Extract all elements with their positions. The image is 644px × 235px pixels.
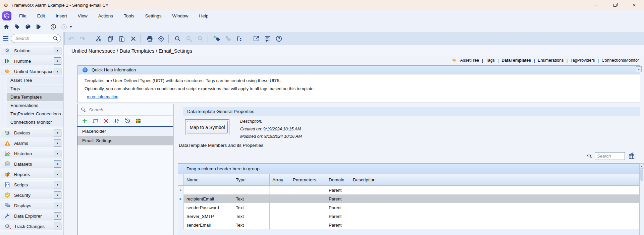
rename-template-button[interactable]: [91, 117, 100, 125]
section-dropdown-button[interactable]: ▼: [54, 129, 61, 136]
cell-description[interactable]: [350, 194, 639, 203]
nav-link-tags[interactable]: Tags: [484, 58, 496, 63]
menu-item-actions[interactable]: Actions: [93, 13, 118, 18]
new-row-cell-array[interactable]: [270, 186, 290, 194]
cell-array[interactable]: [270, 203, 290, 212]
navigate-back-button[interactable]: [49, 23, 58, 31]
cell-array[interactable]: [270, 194, 290, 203]
template-search[interactable]: [77, 104, 173, 116]
sidebar-item-asset-tree[interactable]: Asset Tree: [7, 76, 63, 84]
sidebar-section-alarms[interactable]: Alarms▼: [1, 139, 63, 148]
tag-button[interactable]: [13, 23, 21, 31]
section-dropdown-button[interactable]: ▼: [54, 223, 61, 230]
sidebar-search-input[interactable]: [15, 36, 53, 41]
cell-domain[interactable]: Parent: [326, 221, 350, 229]
zoom-next-button[interactable]: [184, 34, 194, 43]
section-dropdown-button[interactable]: ▼: [54, 191, 61, 199]
row-selector[interactable]: [178, 212, 184, 221]
sort-az-button[interactable]: AZ: [112, 117, 121, 125]
sidebar-section-unified-namespace[interactable]: Unified Namespace▲: [1, 67, 63, 76]
navigate-forward-button[interactable]: [60, 23, 68, 31]
cell-type[interactable]: Text: [233, 221, 270, 229]
list-item-placeholder[interactable]: Placeholder: [77, 127, 173, 136]
sidebar-item-enumerations[interactable]: Enumerations: [7, 102, 63, 109]
configure-tag-button[interactable]: [223, 34, 233, 43]
add-tag-button[interactable]: [212, 34, 222, 43]
delete-template-button[interactable]: [102, 117, 111, 125]
row-selector[interactable]: [178, 203, 184, 212]
sidebar-item-tags[interactable]: Tags: [7, 85, 63, 93]
column-chooser-button[interactable]: [628, 152, 635, 160]
hamburger-menu-icon[interactable]: [3, 36, 8, 41]
help-button[interactable]: [274, 34, 284, 43]
column-header-description[interactable]: Description: [350, 174, 639, 185]
row-selector[interactable]: [178, 221, 184, 229]
cell-domain[interactable]: Parent: [326, 194, 350, 203]
sidebar-item-connections-monitor[interactable]: Connections Monitor: [7, 118, 63, 126]
new-row-cell-description[interactable]: [350, 186, 639, 194]
zoom-button[interactable]: [172, 34, 182, 43]
delete-button[interactable]: [128, 34, 138, 43]
sidebar-section-runtime[interactable]: Runtime▼: [1, 57, 63, 65]
cell-array[interactable]: [270, 212, 290, 221]
template-search-input[interactable]: [89, 107, 169, 112]
sidebar-section-track-changes[interactable]: ⚙Track Changes▼: [1, 222, 63, 231]
menu-item-tools[interactable]: Tools: [118, 13, 140, 18]
undo-button[interactable]: ↶: [66, 34, 76, 43]
paint-palette-button[interactable]: [23, 23, 32, 31]
import-button[interactable]: [134, 117, 143, 125]
cell-name[interactable]: senderEmail: [184, 221, 233, 229]
sidebar-section-historian[interactable]: Historian▼: [1, 149, 63, 158]
map-to-symbol-button[interactable]: Map to a Symbol: [187, 121, 228, 133]
section-dropdown-button[interactable]: ▼: [54, 181, 61, 188]
more-information-link[interactable]: more information: [87, 95, 118, 99]
column-header-parameters[interactable]: Parameters: [290, 174, 326, 185]
menu-item-settings[interactable]: Settings: [140, 13, 167, 18]
grid-scrollbar[interactable]: ▲: [639, 163, 644, 235]
nav-link-connectionsmonitor[interactable]: ConnectionsMonitor: [600, 58, 641, 63]
sidebar-section-security[interactable]: Security▼: [1, 191, 63, 199]
table-row-senderemail[interactable]: senderEmailTextParent: [178, 221, 639, 229]
cell-name[interactable]: recipientEmail: [184, 194, 233, 203]
section-dropdown-button[interactable]: ▼: [54, 150, 61, 157]
cell-description[interactable]: [350, 221, 639, 229]
sidebar-item-data-templates[interactable]: Data Templates: [7, 93, 63, 101]
sidebar-section-datasets[interactable]: Datasets▼: [1, 160, 63, 168]
cell-domain[interactable]: Parent: [326, 203, 350, 212]
minimize-button[interactable]: [586, 0, 605, 10]
cell-description[interactable]: [350, 212, 639, 221]
sidebar-section-solution[interactable]: ⚙Solution▼: [1, 46, 63, 55]
sidebar-section-devices[interactable]: Devices▼: [1, 128, 63, 137]
history-dropdown-caret[interactable]: ▼: [69, 25, 72, 28]
section-dropdown-button[interactable]: ▼: [54, 139, 61, 147]
cut-button[interactable]: [94, 34, 104, 43]
sidebar-section-scripts[interactable]: Scripts▼: [1, 180, 63, 189]
cell-description[interactable]: [350, 203, 639, 212]
section-dropdown-button[interactable]: ▲: [54, 68, 61, 75]
menu-item-file[interactable]: File: [14, 13, 32, 18]
scrollbar-thumb[interactable]: [640, 169, 643, 181]
comment-button[interactable]: [262, 34, 272, 43]
nav-link-assettree[interactable]: AssetTree: [459, 58, 481, 63]
column-header-name[interactable]: Name: [184, 174, 233, 185]
tree-view-button[interactable]: [234, 34, 245, 43]
sidebar-item-tagprovider-connections[interactable]: TagProvider Connections: [7, 110, 63, 118]
menu-item-window[interactable]: Window: [167, 13, 194, 18]
section-dropdown-button[interactable]: ▼: [54, 212, 61, 220]
nav-link-tagproviders[interactable]: TagProviders: [569, 58, 597, 63]
cell-parameters[interactable]: [290, 221, 326, 229]
table-row-recipientemail[interactable]: ▶recipientEmailTextParent: [178, 194, 639, 203]
cell-parameters[interactable]: [290, 194, 326, 203]
add-template-button[interactable]: [80, 117, 89, 125]
cell-array[interactable]: [270, 221, 290, 229]
cell-parameters[interactable]: [290, 212, 326, 221]
section-dropdown-button[interactable]: ▼: [54, 202, 61, 209]
menu-item-view[interactable]: View: [72, 13, 93, 18]
cell-name[interactable]: senderPassword: [184, 203, 233, 212]
grid-search-input[interactable]: [595, 152, 625, 160]
open-external-button[interactable]: [251, 34, 261, 43]
cell-type[interactable]: Text: [233, 212, 270, 221]
menu-item-edit[interactable]: Edit: [32, 13, 50, 18]
new-row-cell-parameters[interactable]: [290, 186, 326, 194]
section-dropdown-button[interactable]: ▼: [54, 47, 61, 54]
